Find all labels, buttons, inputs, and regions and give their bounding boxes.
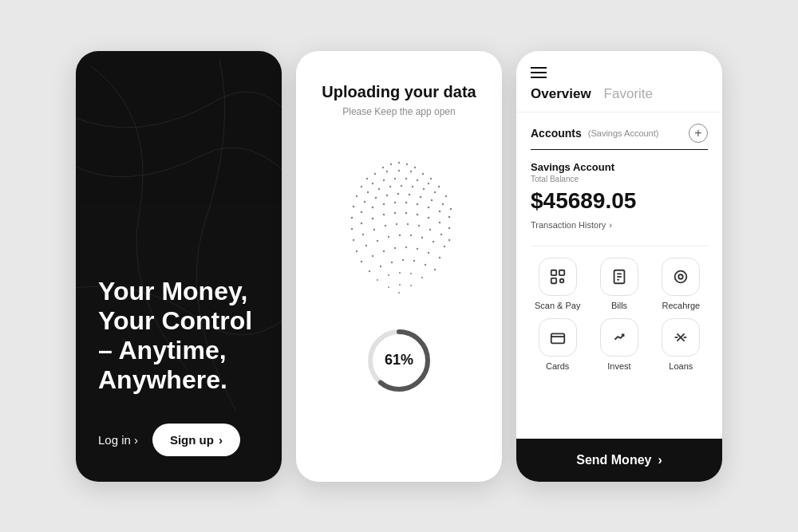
svg-point-42: [383, 203, 385, 205]
signup-button[interactable]: Sign up ›: [152, 424, 240, 456]
svg-point-82: [405, 246, 407, 247]
svg-point-91: [425, 263, 426, 265]
svg-point-43: [394, 201, 397, 203]
svg-point-44: [405, 201, 408, 203]
balance-amount: $45689.05: [531, 188, 708, 214]
add-account-button[interactable]: +: [689, 124, 708, 143]
svg-point-46: [428, 206, 430, 208]
bills-icon: [600, 258, 638, 296]
svg-point-12: [361, 185, 362, 187]
svg-point-10: [430, 177, 432, 179]
svg-point-49: [351, 227, 354, 230]
svg-point-90: [413, 259, 415, 261]
dashboard-header: Overview Favorite: [516, 51, 722, 112]
transaction-history-link[interactable]: Transaction History ›: [531, 220, 708, 230]
svg-point-94: [388, 274, 389, 275]
svg-point-64: [407, 223, 409, 224]
svg-point-89: [402, 258, 404, 260]
svg-point-22: [378, 187, 380, 189]
svg-point-7: [398, 169, 400, 171]
svg-point-98: [388, 286, 389, 288]
bills-action[interactable]: Bills: [592, 258, 646, 310]
scan-pay-icon: [539, 258, 577, 296]
recharge-action[interactable]: Recahrge: [654, 258, 708, 310]
svg-point-92: [434, 268, 436, 270]
svg-point-36: [431, 199, 433, 201]
tab-favorite[interactable]: Favorite: [604, 86, 653, 102]
svg-point-100: [410, 285, 412, 286]
accounts-title: Accounts: [531, 127, 582, 140]
svg-point-65: [418, 224, 420, 226]
svg-point-26: [423, 187, 425, 189]
svg-point-88: [391, 261, 393, 262]
svg-point-84: [428, 251, 429, 253]
recharge-label: Recahrge: [662, 301, 700, 310]
savings-section: Savings Account Total Balance $45689.05 …: [531, 150, 708, 246]
dashboard-body: Accounts (Savings Account) + Savings Acc…: [516, 112, 722, 439]
svg-point-53: [394, 211, 397, 214]
svg-point-52: [383, 213, 385, 215]
svg-point-29: [353, 205, 355, 207]
svg-point-41: [372, 206, 374, 208]
svg-point-33: [397, 192, 400, 195]
svg-point-16: [405, 177, 407, 179]
svg-point-87: [380, 265, 381, 266]
svg-point-67: [440, 233, 442, 234]
svg-point-13: [372, 182, 373, 183]
tab-overview[interactable]: Overview: [531, 86, 591, 102]
svg-point-35: [420, 195, 422, 198]
loans-icon: [662, 318, 700, 357]
welcome-actions: Log in › Sign up ›: [98, 424, 259, 456]
svg-point-62: [385, 224, 386, 226]
svg-point-79: [372, 254, 373, 256]
invest-action[interactable]: Invest: [592, 318, 646, 371]
svg-point-27: [434, 191, 436, 192]
svg-point-48: [448, 215, 451, 218]
svg-rect-114: [551, 333, 564, 343]
svg-point-37: [442, 203, 444, 205]
svg-point-47: [439, 210, 441, 212]
svg-point-5: [374, 172, 376, 174]
send-money-arrow-icon: ›: [658, 453, 662, 467]
svg-point-4: [382, 166, 384, 167]
login-button[interactable]: Log in ›: [98, 433, 138, 447]
progress-percent: 61%: [385, 352, 413, 368]
svg-point-93: [377, 278, 378, 280]
login-arrow-icon: ›: [134, 433, 138, 447]
svg-point-34: [409, 193, 411, 195]
upload-subtitle: Please Keep the app open: [342, 106, 455, 117]
svg-point-80: [383, 250, 385, 251]
svg-point-97: [421, 276, 423, 278]
svg-rect-104: [551, 270, 555, 274]
send-money-button[interactable]: Send Money ›: [516, 439, 722, 482]
signup-arrow-icon: ›: [219, 433, 223, 447]
transaction-link-text: Transaction History: [531, 220, 606, 230]
svg-point-17: [417, 179, 418, 180]
svg-point-1: [406, 163, 408, 164]
svg-point-107: [559, 278, 563, 282]
upload-title: Uploading your data: [322, 83, 476, 101]
svg-point-39: [351, 216, 354, 219]
invest-icon: [600, 318, 638, 357]
svg-point-0: [398, 161, 400, 163]
svg-point-15: [394, 177, 396, 179]
loans-action[interactable]: Loans: [654, 318, 708, 371]
svg-point-96: [410, 272, 412, 274]
accounts-sublabel: (Savings Account): [588, 128, 659, 138]
cards-action[interactable]: Cards: [531, 318, 584, 371]
svg-point-71: [377, 239, 378, 241]
svg-point-81: [394, 246, 396, 248]
svg-point-31: [375, 196, 377, 199]
menu-button[interactable]: [531, 67, 708, 78]
svg-point-50: [361, 222, 363, 224]
svg-point-57: [439, 221, 441, 223]
progress-circle: 61%: [363, 325, 435, 396]
svg-point-11: [366, 177, 368, 179]
svg-point-73: [399, 234, 401, 235]
svg-point-99: [399, 284, 401, 286]
scan-pay-action[interactable]: Scan & Pay: [531, 258, 584, 310]
cards-icon: [539, 318, 577, 357]
svg-point-3: [414, 166, 416, 167]
svg-point-14: [383, 179, 385, 180]
svg-point-86: [369, 270, 370, 271]
